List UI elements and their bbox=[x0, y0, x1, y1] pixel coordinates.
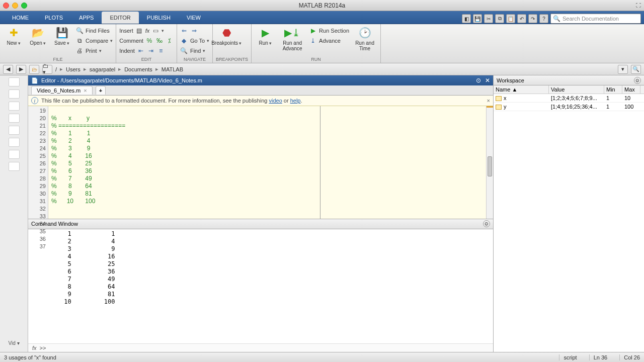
tab-apps[interactable]: APPS bbox=[71, 12, 102, 24]
redo-icon[interactable]: ↷ bbox=[528, 14, 537, 23]
tab-editor[interactable]: EDITOR bbox=[102, 12, 138, 24]
col-name[interactable]: Name ▲ bbox=[494, 85, 549, 94]
run-section-button[interactable]: ▶Run Section bbox=[309, 26, 349, 35]
code-warning-marker[interactable] bbox=[487, 106, 493, 108]
status-bar: 3 usages of "x" found script Ln 36 Col 2… bbox=[0, 352, 644, 362]
section-file: FILE bbox=[3, 57, 113, 63]
search-placeholder: Search Documentation bbox=[562, 16, 619, 22]
dock-workspace-icon[interactable]: ⊙ bbox=[634, 77, 641, 84]
print-button[interactable]: 🖨Print ▾ bbox=[75, 46, 113, 55]
advance-button[interactable]: ⤓Advance bbox=[309, 36, 349, 45]
browse-button[interactable]: 🗀 ▾ bbox=[42, 65, 52, 74]
run-time-button[interactable]: 🕑Run and Time bbox=[352, 25, 377, 51]
paste-icon[interactable]: 📋 bbox=[506, 14, 515, 23]
sidebar-icon[interactable] bbox=[9, 102, 20, 111]
dock-icon[interactable]: ⊙ bbox=[476, 77, 481, 84]
sidebar-icon[interactable] bbox=[9, 126, 20, 135]
new-tab-button[interactable]: + bbox=[96, 86, 106, 95]
tab-plots[interactable]: PLOTS bbox=[37, 12, 71, 24]
vid-label[interactable]: Vid ▾ bbox=[8, 340, 19, 346]
breakpoints-button[interactable]: ⬣Breakpoints bbox=[216, 25, 237, 46]
file-tab[interactable]: Video_6_Notes.m× bbox=[31, 86, 93, 95]
section-edit: EDIT bbox=[119, 57, 174, 63]
close-editor-icon[interactable]: ✕ bbox=[485, 77, 490, 84]
cut-icon[interactable]: ✂ bbox=[484, 14, 493, 23]
back-button[interactable]: ◀ bbox=[3, 65, 13, 74]
workspace-table: Name ▲ Value Min Max x [1;2;3;4;5;6;7;8;… bbox=[494, 85, 644, 111]
path-search-icon[interactable]: 🔍 bbox=[631, 65, 641, 74]
close-tab-icon[interactable]: × bbox=[84, 87, 87, 94]
breadcrumb[interactable]: /▸ Users▸ sagarpatel▸ Documents▸ MATLAB bbox=[55, 66, 183, 72]
status-line: Ln 36 bbox=[589, 354, 608, 360]
address-bar: ◀ ▶ 🗁 🗀 ▾ /▸ Users▸ sagarpatel▸ Document… bbox=[0, 63, 644, 75]
help-icon[interactable]: ? bbox=[539, 14, 548, 23]
video-link[interactable]: video bbox=[269, 98, 282, 104]
nav-arrows[interactable]: ⇐⇒ bbox=[180, 26, 209, 35]
col-max[interactable]: Max bbox=[622, 85, 640, 94]
status-mode: script bbox=[559, 354, 577, 360]
sidebar-icon[interactable] bbox=[9, 150, 20, 159]
save-button[interactable]: 💾Save bbox=[51, 25, 72, 46]
variable-icon bbox=[496, 96, 502, 101]
command-window-output[interactable]: 1 1 2 4 3 9 4 16 5 25 6 36 7 49 8 64 9 8… bbox=[28, 229, 493, 344]
file-tab-strip: Video_6_Notes.m× + bbox=[28, 85, 493, 96]
run-advance-button[interactable]: ▶⤓Run and Advance bbox=[279, 25, 306, 51]
up-folder-button[interactable]: 🗁 bbox=[29, 65, 39, 74]
status-message: 3 usages of "x" found bbox=[4, 354, 56, 360]
os-titlebar: MATLAB R2014a ⛶ bbox=[0, 0, 644, 11]
copy-icon[interactable]: ⧉ bbox=[495, 14, 504, 23]
sidebar-icon[interactable] bbox=[9, 114, 20, 123]
window-title: MATLAB R2014a bbox=[0, 2, 644, 9]
section-breakpoints: BREAKPOINTS bbox=[216, 57, 248, 63]
code-content[interactable]: % x y% ===================% 1 1% 2 4% 3 … bbox=[48, 106, 486, 219]
save-icon[interactable]: 💾 bbox=[473, 14, 482, 23]
editor-titlebar: 📄 Editor - /Users/sagarpatel/Documents/M… bbox=[28, 75, 493, 85]
indent-button[interactable]: Indent ⇤⇥≡ bbox=[119, 46, 174, 55]
sidebar-icon[interactable] bbox=[9, 89, 20, 99]
comment-button[interactable]: Comment %‰⁒ bbox=[119, 36, 174, 45]
scrollbar-thumb[interactable] bbox=[488, 156, 492, 176]
find-files-button[interactable]: 🔍Find Files bbox=[75, 26, 113, 35]
workspace-row[interactable]: y [1;4;9;16;25;36;4... 1 100 bbox=[494, 103, 644, 111]
tab-publish[interactable]: PUBLISH bbox=[139, 12, 179, 24]
search-docs-input[interactable]: 🔍 Search Documentation bbox=[550, 14, 641, 24]
insert-button[interactable]: Insert ▤ fx ▭ ▾ bbox=[119, 26, 174, 35]
goto-button[interactable]: ◆Go To ▾ bbox=[180, 36, 209, 45]
save-layout-icon[interactable]: ◧ bbox=[462, 14, 471, 23]
sidebar-icon[interactable] bbox=[9, 138, 20, 147]
status-col: Col 26 bbox=[619, 354, 640, 360]
find-button[interactable]: 🔍Find ▾ bbox=[180, 46, 209, 55]
workspace-header: Workspace ⊙ bbox=[494, 75, 644, 85]
command-prompt[interactable]: fx>> bbox=[28, 343, 493, 352]
dock-cmd-icon[interactable]: ⊙ bbox=[483, 220, 490, 227]
section-navigate: NAVIGATE bbox=[180, 57, 209, 63]
left-sidebar: Vid ▾ bbox=[0, 75, 28, 352]
command-window-header: Command Window ⊙ bbox=[28, 219, 493, 229]
publish-notice: i This file can be published to a format… bbox=[28, 96, 493, 106]
col-value[interactable]: Value bbox=[549, 85, 604, 94]
undo-icon[interactable]: ↶ bbox=[517, 14, 526, 23]
search-icon: 🔍 bbox=[553, 15, 560, 22]
ribbon-tab-strip: HOME PLOTS APPS EDITOR PUBLISH VIEW ◧ 💾 … bbox=[0, 11, 644, 24]
sidebar-icon[interactable] bbox=[9, 77, 20, 86]
editor-scrollbar[interactable] bbox=[486, 106, 493, 219]
close-notice-icon[interactable]: × bbox=[487, 98, 490, 104]
open-button[interactable]: 📂Open bbox=[27, 25, 48, 46]
line-gutter: 19202122232425262728293031323334 35 36 3… bbox=[28, 106, 48, 219]
path-dropdown[interactable]: ▾ bbox=[618, 65, 628, 74]
col-min[interactable]: Min bbox=[604, 85, 622, 94]
new-button[interactable]: ✚New bbox=[3, 25, 24, 46]
editor-doc-icon: 📄 bbox=[31, 77, 38, 84]
tab-view[interactable]: VIEW bbox=[179, 12, 209, 24]
help-link[interactable]: help bbox=[290, 98, 301, 104]
tab-home[interactable]: HOME bbox=[4, 12, 37, 24]
fx-icon[interactable]: fx bbox=[32, 345, 37, 351]
compare-button[interactable]: ⧉Compare ▾ bbox=[75, 36, 113, 45]
sidebar-icon[interactable] bbox=[9, 162, 20, 171]
code-editor[interactable]: 19202122232425262728293031323334 35 36 3… bbox=[28, 106, 493, 219]
toolstrip: ✚New 📂Open 💾Save 🔍Find Files ⧉Compare ▾ … bbox=[0, 24, 644, 63]
forward-button[interactable]: ▶ bbox=[16, 65, 26, 74]
workspace-row[interactable]: x [1;2;3;4;5;6;7;8;9... 1 10 bbox=[494, 94, 644, 103]
info-icon: i bbox=[31, 97, 38, 104]
run-button[interactable]: ▶Run bbox=[255, 25, 276, 46]
